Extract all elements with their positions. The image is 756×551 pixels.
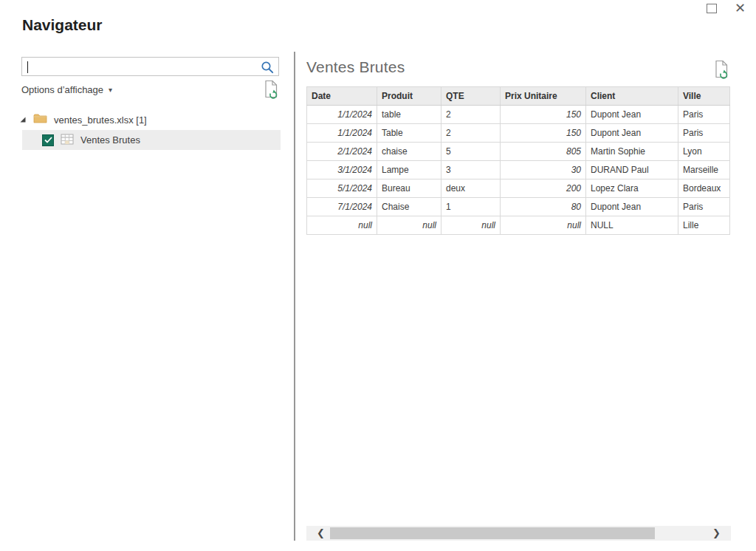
- scroll-right-icon[interactable]: ❯: [712, 527, 721, 540]
- table-cell: 3: [441, 161, 501, 179]
- table-cell: Marseille: [678, 161, 730, 179]
- maximize-button[interactable]: [707, 4, 717, 13]
- table-cell: null: [441, 216, 501, 235]
- search-box: [21, 57, 279, 76]
- table-cell: 805: [501, 143, 586, 161]
- table-row: nullnullnullnullNULLLille: [307, 216, 730, 235]
- table-row: 1/1/2024Table2150Dupont JeanParis: [307, 124, 730, 143]
- tree-item-label: Ventes Brutes: [80, 134, 140, 146]
- table-cell: 3/1/2024: [307, 161, 377, 179]
- table-row: 3/1/2024Lampe330DURAND PaulMarseille: [307, 161, 730, 179]
- column-header-qte: QTE: [441, 87, 501, 106]
- table-cell: 1: [441, 198, 501, 216]
- table-cell: chaise: [377, 143, 441, 161]
- table-header-row: DateProduitQTEPrix UnitaireClientVille: [307, 87, 730, 106]
- column-header-client: Client: [586, 87, 678, 106]
- column-header-date: Date: [307, 87, 377, 106]
- table-cell: Paris: [678, 198, 730, 216]
- table-cell: null: [377, 216, 441, 235]
- tree-item-label: ventes_brutes.xlsx [1]: [54, 114, 147, 126]
- table-cell: 1/1/2024: [307, 106, 377, 124]
- table-cell: 2: [441, 124, 501, 143]
- table-row: 1/1/2024table2150Dupont JeanParis: [307, 106, 730, 124]
- table-cell: Lampe: [377, 161, 441, 179]
- table-cell: Lille: [678, 216, 730, 235]
- panel-divider: [294, 52, 295, 541]
- table-cell: deux: [441, 179, 501, 198]
- table-row: 2/1/2024chaise5805Martin SophieLyon: [307, 143, 730, 161]
- table-cell: Chaise: [377, 198, 441, 216]
- search-input[interactable]: [27, 58, 255, 75]
- display-options-label: Options d’affichage: [21, 84, 103, 95]
- display-options-dropdown[interactable]: Options d’affichage ▾: [21, 84, 112, 95]
- table-row: 5/1/2024Bureaudeux200Lopez ClaraBordeaux: [307, 179, 730, 198]
- scroll-left-icon[interactable]: ❮: [317, 527, 325, 540]
- table-cell: Martin Sophie: [586, 143, 678, 161]
- checkbox-checked[interactable]: [42, 134, 54, 146]
- horizontal-scrollbar[interactable]: ❮ ❯: [306, 526, 731, 541]
- scrollbar-thumb[interactable]: [330, 527, 655, 539]
- table-cell: Lopez Clara: [586, 179, 678, 198]
- table-cell: 200: [501, 179, 586, 198]
- table-cell: Dupont Jean: [586, 198, 678, 216]
- text-caret: [27, 61, 28, 73]
- table-row: 7/1/2024Chaise180Dupont JeanParis: [307, 198, 730, 216]
- table-cell: 5/1/2024: [307, 179, 377, 198]
- table-cell: null: [501, 216, 586, 235]
- page-title: Navigateur: [22, 16, 103, 34]
- refresh-preview-icon[interactable]: [263, 80, 279, 103]
- table-cell: Lyon: [678, 143, 730, 161]
- table-cell: table: [377, 106, 441, 124]
- table-cell: 150: [501, 106, 586, 124]
- refresh-preview-icon[interactable]: [713, 60, 729, 83]
- table-cell: NULL: [586, 216, 678, 235]
- table-cell: Dupont Jean: [586, 106, 678, 124]
- table-cell: 150: [501, 124, 586, 143]
- table-cell: Table: [377, 124, 441, 143]
- close-button[interactable]: ✕: [735, 0, 746, 16]
- table-cell: 2: [441, 106, 501, 124]
- table-cell: Paris: [678, 124, 730, 143]
- table-cell: DURAND Paul: [586, 161, 678, 179]
- column-header-produit: Produit: [377, 87, 441, 106]
- table-cell: 2/1/2024: [307, 143, 377, 161]
- table-cell: 80: [501, 198, 586, 216]
- folder-icon: [33, 113, 47, 126]
- tree-item-workbook[interactable]: ventes_brutes.xlsx [1]: [19, 111, 147, 129]
- table-cell: null: [307, 216, 377, 235]
- column-header-ville: Ville: [678, 87, 730, 106]
- table-cell: 5: [441, 143, 501, 161]
- table-cell: Dupont Jean: [586, 124, 678, 143]
- tree-expander-icon[interactable]: [19, 114, 27, 126]
- preview-title: Ventes Brutes: [306, 58, 405, 76]
- column-header-prix-unitaire: Prix Unitaire: [501, 87, 586, 106]
- table-cell: 30: [501, 161, 586, 179]
- table-icon: [61, 134, 74, 147]
- table-cell: 7/1/2024: [307, 198, 377, 216]
- table-cell: Bureau: [377, 179, 441, 198]
- search-icon[interactable]: [261, 61, 275, 78]
- tree-item-ventes-brutes[interactable]: Ventes Brutes: [22, 130, 281, 150]
- chevron-down-icon: ▾: [109, 86, 112, 94]
- table-cell: Paris: [678, 106, 730, 124]
- table-cell: Bordeaux: [678, 179, 730, 198]
- table-cell: 1/1/2024: [307, 124, 377, 143]
- data-preview-table: DateProduitQTEPrix UnitaireClientVille 1…: [306, 86, 730, 235]
